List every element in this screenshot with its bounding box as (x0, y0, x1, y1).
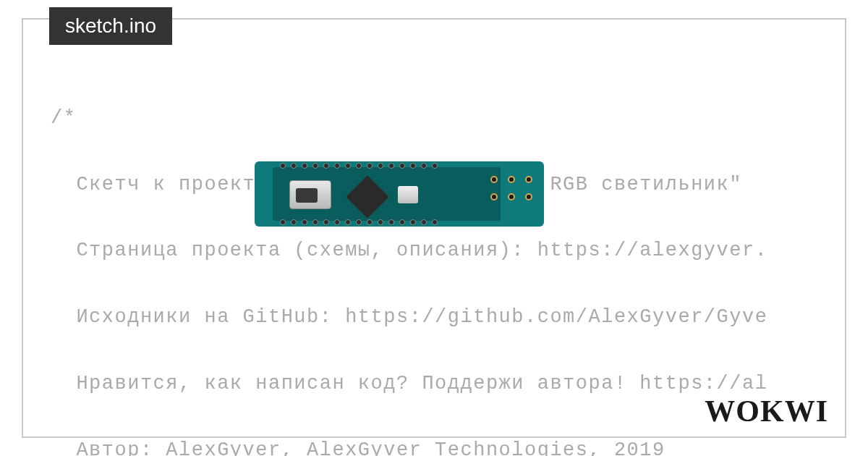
wokwi-logo: WOKWI (705, 394, 828, 428)
code-line: Страница проекта (схемы, описания): http… (51, 235, 846, 268)
arduino-nano-board[interactable] (255, 161, 544, 227)
isp-header-icon (490, 176, 535, 203)
usb-connector-icon (289, 180, 331, 209)
filename-label: sketch.ino (65, 14, 156, 37)
header-pins-top (280, 163, 438, 169)
code-line: Автор: AlexGyver, AlexGyver Technologies… (51, 434, 846, 456)
code-line: Исходники на GitHub: https://github.com/… (51, 301, 846, 334)
reset-button-icon (398, 186, 418, 203)
code-line: /* (51, 102, 846, 135)
file-tab[interactable]: sketch.ino (49, 7, 172, 45)
header-pins-bottom (280, 219, 438, 225)
